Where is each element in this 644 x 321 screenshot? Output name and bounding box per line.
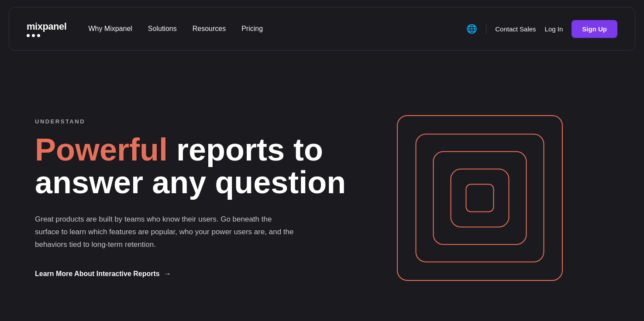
hero-cta-link[interactable]: Learn More About Interactive Reports →	[35, 270, 171, 278]
hero-title-accent: Powerful	[35, 132, 168, 167]
login-link[interactable]: Log In	[545, 25, 563, 33]
nav-link-resources[interactable]: Resources	[193, 25, 226, 33]
hero-description: Great products are built by teams who kn…	[35, 213, 297, 251]
navbar: mixpanel Why Mixpanel Solutions Resource…	[9, 7, 635, 51]
nested-squares-graphic	[393, 111, 567, 285]
logo-dot-1	[27, 34, 30, 37]
hero-cta-arrow: →	[164, 270, 171, 278]
hero-section: UNDERSTAND Powerful reports to answer an…	[0, 58, 644, 321]
nav-link-why-mixpanel[interactable]: Why Mixpanel	[88, 25, 132, 33]
nav-link-pricing[interactable]: Pricing	[241, 25, 263, 33]
nav-links: Why Mixpanel Solutions Resources Pricing	[88, 25, 466, 33]
contact-sales-link[interactable]: Contact Sales	[495, 25, 536, 33]
signup-button[interactable]: Sign Up	[572, 20, 617, 38]
hero-content: UNDERSTAND Powerful reports to answer an…	[35, 118, 351, 278]
globe-icon[interactable]: 🌐	[466, 24, 477, 34]
logo-dot-3	[37, 34, 40, 37]
hero-title: Powerful reports to answer any question	[35, 133, 351, 199]
logo-dot-2	[32, 34, 35, 37]
square-5	[466, 184, 494, 212]
nav-right: 🌐 Contact Sales Log In Sign Up	[466, 20, 617, 38]
nav-link-solutions[interactable]: Solutions	[148, 25, 177, 33]
nav-divider	[486, 24, 486, 34]
hero-cta-label: Learn More About Interactive Reports	[35, 270, 160, 278]
logo-text: mixpanel	[27, 21, 66, 32]
logo-dots	[27, 34, 66, 37]
section-label: UNDERSTAND	[35, 118, 351, 125]
hero-graphic	[351, 111, 609, 285]
logo-link[interactable]: mixpanel	[27, 21, 66, 37]
